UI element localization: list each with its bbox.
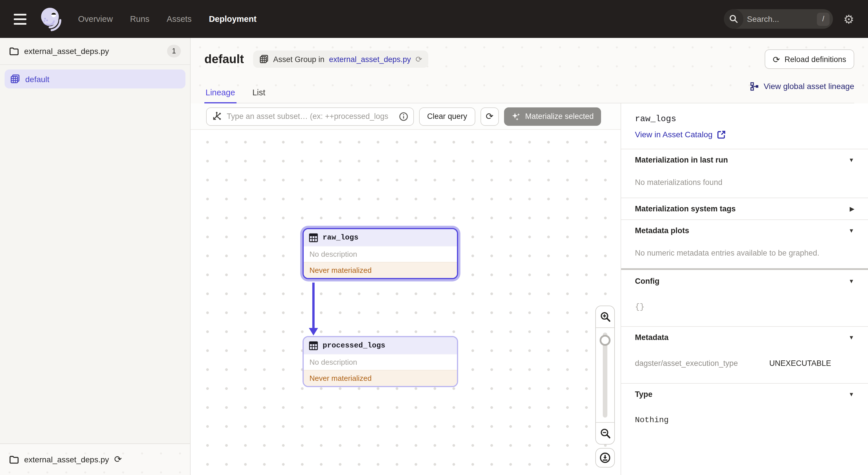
zoom-in-button[interactable] [596,306,614,328]
section-title: Metadata [635,333,669,342]
tab-list[interactable]: List [251,81,267,103]
section-materialization-system-tags[interactable]: Materialization system tags ▶ [621,198,868,219]
refresh-icon: ⟳ [486,112,493,121]
reload-repo-icon[interactable]: ⟳ [114,455,122,464]
asset-node-processed-logs[interactable]: processed_logs No description Never mate… [303,336,458,387]
chevron-down-icon: ▼ [848,228,854,234]
asset-group-icon [10,74,20,84]
section-metadata[interactable]: Metadata ▼ [621,326,868,348]
lineage-graph-pane: Clear query ⟳ Materialize selected [191,103,621,475]
asset-node-raw-logs[interactable]: raw_logs No description Never materializ… [303,228,458,279]
metadata-plots-empty-state: No numeric metadata entries available to… [621,241,868,268]
sidebar-repo-row[interactable]: external_asset_deps.py 1 [0,38,190,65]
panel-asset-title: raw_logs [635,114,854,124]
lineage-canvas[interactable]: raw_logs No description Never materializ… [191,130,621,475]
section-title: Type [635,390,652,398]
asset-detail-panel: raw_logs View in Asset Catalog Materiali… [621,103,868,475]
materialization-empty-state: No materializations found [621,171,868,198]
clear-query-button[interactable]: Clear query [419,107,475,125]
sidebar-item-label: default [25,75,50,84]
main-area: default Asset Group in external_asset_de… [191,38,868,475]
section-materialization-in-last-run[interactable]: Materialization in last run ▼ [621,149,868,171]
nav-item-runs[interactable]: Runs [130,14,150,24]
chevron-down-icon: ▼ [848,278,854,284]
refresh-icon[interactable]: ⟳ [415,55,422,63]
zoom-to-fit-icon [599,452,611,464]
dagster-logo-icon[interactable] [38,6,63,32]
asset-node-status: Never materialized [304,262,457,278]
chevron-down-icon: ▼ [848,391,854,397]
page-header: default Asset Group in external_asset_de… [191,38,868,103]
zoom-out-icon [600,428,611,439]
view-in-asset-catalog-link[interactable]: View in Asset Catalog [635,130,854,139]
op-selector-icon [212,112,222,121]
section-title: Materialization in last run [635,156,728,164]
lineage-edge [312,283,315,329]
view-global-asset-lineage-link[interactable]: View global asset lineage [751,81,855,91]
chevron-down-icon: ▼ [848,334,854,340]
asset-node-status: Never materialized [304,370,457,386]
reload-definitions-label: Reload definitions [784,55,846,63]
sparkle-icon [512,112,521,121]
clear-query-label: Clear query [427,112,467,121]
sidebar-item-default-group[interactable]: default [5,69,185,88]
catalog-link-label: View in Asset Catalog [635,130,712,139]
search-shortcut-key: / [817,12,830,26]
refresh-graph-button[interactable]: ⟳ [480,107,499,125]
table-icon [309,233,318,242]
metadata-value: UNEXECUTABLE [769,359,831,367]
view-tabs: Lineage List [205,81,267,103]
lineage-edge-arrowhead [309,328,318,335]
breadcrumb-repo-link[interactable]: external_asset_deps.py [329,55,411,63]
nav-item-assets[interactable]: Assets [167,14,192,24]
nav-item-deployment[interactable]: Deployment [209,14,257,24]
hamburger-menu-icon[interactable] [14,13,26,24]
materialize-selected-button[interactable]: Materialize selected [504,107,601,125]
zoom-control [595,305,615,445]
sidebar-footer-repo: external_asset_deps.py ⟳ [0,443,190,475]
asset-node-name: raw_logs [322,233,359,242]
metadata-row: dagster/asset_execution_type UNEXECUTABL… [621,348,868,383]
asset-query-input[interactable] [226,112,395,121]
table-icon [309,341,318,350]
zoom-out-button[interactable] [596,422,614,444]
footer-repo-name: external_asset_deps.py [24,455,109,464]
primary-nav: Overview Runs Assets Deployment [78,14,257,24]
zoom-slider[interactable] [596,328,614,422]
search-input[interactable] [743,14,817,24]
folder-icon [9,47,19,55]
tab-lineage[interactable]: Lineage [205,81,236,103]
code-location-sidebar: external_asset_deps.py 1 default [0,38,191,475]
asset-node-description: No description [304,354,457,370]
info-icon[interactable] [399,112,408,121]
asset-node-name: processed_logs [322,341,385,350]
section-title: Metadata plots [635,226,689,235]
search-icon [724,9,743,29]
zoom-in-icon [600,311,611,322]
section-title: Materialization system tags [635,205,736,213]
page-title: default [205,52,244,66]
section-metadata-plots[interactable]: Metadata plots ▼ [621,219,868,241]
section-config[interactable]: Config ▼ [621,270,868,292]
breadcrumb-prefix: Asset Group in [273,55,324,63]
sidebar-spacer [0,93,190,443]
chevron-right-icon: ▶ [850,206,854,212]
asset-query-field[interactable] [206,107,414,125]
breadcrumb: Asset Group in external_asset_deps.py ⟳ [253,51,429,68]
zoom-slider-thumb[interactable] [600,335,611,346]
nav-item-overview[interactable]: Overview [78,14,113,24]
zoom-to-fit-button[interactable] [595,448,615,468]
asset-group-icon [259,55,269,64]
global-search[interactable]: / [724,9,833,29]
app-window: Overview Runs Assets Deployment / ⚙ exte… [0,0,868,475]
asset-node-description: No description [304,246,457,262]
section-type[interactable]: Type ▼ [621,383,868,405]
sidebar-repo-name: external_asset_deps.py [24,47,109,56]
config-value: {} [621,292,868,326]
gear-icon[interactable]: ⚙ [843,13,854,25]
repo-asset-count-badge: 1 [167,45,181,57]
metadata-key: dagster/asset_execution_type [635,359,769,367]
reload-definitions-button[interactable]: ⟳ Reload definitions [765,50,854,69]
lineage-graph-icon [751,82,759,90]
section-title: Config [635,276,660,285]
